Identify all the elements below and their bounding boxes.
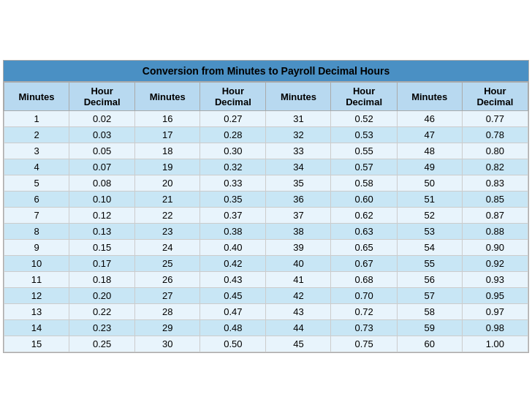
- table-cell: 5: [4, 175, 69, 192]
- table-cell: 0.37: [200, 208, 266, 224]
- table-cell: 22: [135, 208, 200, 224]
- table-cell: 47: [397, 127, 462, 143]
- table-row: 130.22280.47430.72580.97: [4, 304, 528, 320]
- table-cell: 0.72: [331, 304, 397, 320]
- table-cell: 12: [4, 288, 69, 304]
- table-cell: 36: [266, 192, 331, 208]
- table-cell: 0.68: [331, 272, 397, 288]
- table-cell: 9: [4, 240, 69, 256]
- table-cell: 8: [4, 224, 69, 240]
- header-row: Minutes HourDecimal Minutes HourDecimal …: [4, 83, 528, 111]
- table-cell: 0.90: [462, 240, 528, 256]
- table-cell: 0.30: [200, 143, 266, 159]
- table-cell: 1.00: [462, 336, 528, 352]
- col1-minutes-header: Minutes: [4, 83, 69, 111]
- table-cell: 0.03: [69, 127, 135, 143]
- table-cell: 0.60: [331, 192, 397, 208]
- table-cell: 0.22: [69, 304, 135, 320]
- table-cell: 0.45: [200, 288, 266, 304]
- table-cell: 0.73: [331, 320, 397, 336]
- table-cell: 0.02: [69, 111, 135, 127]
- table-cell: 0.13: [69, 224, 135, 240]
- table-cell: 0.27: [200, 111, 266, 127]
- table-cell: 0.07: [69, 159, 135, 175]
- table-cell: 0.88: [462, 224, 528, 240]
- table-cell: 0.93: [462, 272, 528, 288]
- table-cell: 0.80: [462, 143, 528, 159]
- table-cell: 0.47: [200, 304, 266, 320]
- table-cell: 0.33: [200, 175, 266, 192]
- table-cell: 56: [397, 272, 462, 288]
- table-cell: 59: [397, 320, 462, 336]
- table-cell: 57: [397, 288, 462, 304]
- table-cell: 0.42: [200, 256, 266, 272]
- col4-decimal-header: HourDecimal: [462, 83, 528, 111]
- table-cell: 0.57: [331, 159, 397, 175]
- table-cell: 0.63: [331, 224, 397, 240]
- table-cell: 0.62: [331, 208, 397, 224]
- table-cell: 31: [266, 111, 331, 127]
- table-row: 20.03170.28320.53470.78: [4, 127, 528, 143]
- table-cell: 38: [266, 224, 331, 240]
- table-cell: 16: [135, 111, 200, 127]
- table-cell: 1: [4, 111, 69, 127]
- table-cell: 0.23: [69, 320, 135, 336]
- table-cell: 45: [266, 336, 331, 352]
- table-cell: 53: [397, 224, 462, 240]
- table-cell: 0.12: [69, 208, 135, 224]
- table-cell: 0.08: [69, 175, 135, 192]
- table-cell: 0.52: [331, 111, 397, 127]
- table-cell: 4: [4, 159, 69, 175]
- table-cell: 0.92: [462, 256, 528, 272]
- table-cell: 40: [266, 256, 331, 272]
- table-cell: 0.32: [200, 159, 266, 175]
- table-row: 70.12220.37370.62520.87: [4, 208, 528, 224]
- table-cell: 51: [397, 192, 462, 208]
- table-cell: 42: [266, 288, 331, 304]
- table-cell: 17: [135, 127, 200, 143]
- table-cell: 14: [4, 320, 69, 336]
- table-cell: 0.40: [200, 240, 266, 256]
- table-cell: 0.95: [462, 288, 528, 304]
- table-cell: 58: [397, 304, 462, 320]
- table-cell: 0.82: [462, 159, 528, 175]
- table-cell: 0.78: [462, 127, 528, 143]
- table-row: 90.15240.40390.65540.90: [4, 240, 528, 256]
- table-body: 10.02160.27310.52460.7720.03170.28320.53…: [4, 111, 528, 352]
- table-cell: 37: [266, 208, 331, 224]
- table-cell: 41: [266, 272, 331, 288]
- table-cell: 0.17: [69, 256, 135, 272]
- table-cell: 0.48: [200, 320, 266, 336]
- table-cell: 48: [397, 143, 462, 159]
- table-row: 120.20270.45420.70570.95: [4, 288, 528, 304]
- table-cell: 0.28: [200, 127, 266, 143]
- table-cell: 7: [4, 208, 69, 224]
- col4-minutes-header: Minutes: [397, 83, 462, 111]
- table-cell: 26: [135, 272, 200, 288]
- table-cell: 20: [135, 175, 200, 192]
- table-row: 10.02160.27310.52460.77: [4, 111, 528, 127]
- table-cell: 0.53: [331, 127, 397, 143]
- table-cell: 0.18: [69, 272, 135, 288]
- table-cell: 15: [4, 336, 69, 352]
- table-cell: 0.05: [69, 143, 135, 159]
- table-cell: 6: [4, 192, 69, 208]
- table-cell: 0.50: [200, 336, 266, 352]
- table-cell: 52: [397, 208, 462, 224]
- table-cell: 0.65: [331, 240, 397, 256]
- table-cell: 25: [135, 256, 200, 272]
- table-cell: 0.25: [69, 336, 135, 352]
- col3-minutes-header: Minutes: [266, 83, 331, 111]
- table-cell: 11: [4, 272, 69, 288]
- table-cell: 27: [135, 288, 200, 304]
- table-cell: 49: [397, 159, 462, 175]
- table-cell: 0.97: [462, 304, 528, 320]
- table-cell: 60: [397, 336, 462, 352]
- table-row: 80.13230.38380.63530.88: [4, 224, 528, 240]
- table-cell: 3: [4, 143, 69, 159]
- table-cell: 18: [135, 143, 200, 159]
- table-cell: 55: [397, 256, 462, 272]
- table-cell: 0.15: [69, 240, 135, 256]
- col2-minutes-header: Minutes: [135, 83, 200, 111]
- table-cell: 39: [266, 240, 331, 256]
